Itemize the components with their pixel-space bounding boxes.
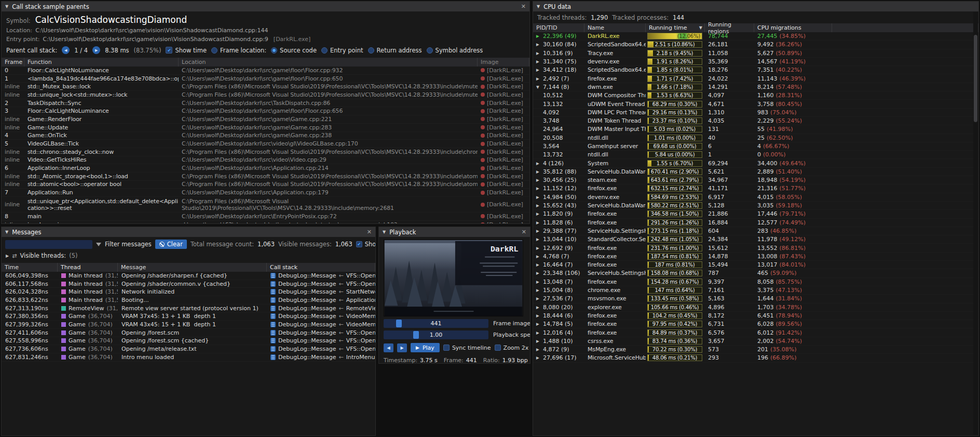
next-parent-button[interactable]: ▶ bbox=[92, 46, 100, 54]
expand-icon[interactable]: ▶ bbox=[536, 195, 543, 200]
frame-image-slider[interactable]: 441 bbox=[384, 319, 488, 328]
cpu-process-row[interactable]: ▶13,044 (10) StandardCollector.Servic 24… bbox=[533, 235, 978, 244]
visible-threads-expander[interactable]: ▶ ⇄ Visible threads: (5) bbox=[2, 251, 375, 262]
close-icon[interactable]: ✕ bbox=[521, 3, 526, 10]
message-callstack[interactable]: DebugLog::Message←VFS::Open bbox=[267, 345, 375, 353]
cpu-process-row[interactable]: ▶15,004 (8) chrome.exe 147 ms (0.64%) 7,… bbox=[533, 286, 978, 295]
cpu-process-row[interactable]: 13,732 ntdll.dll 5.84 us (0.00%) 1 0(0.0… bbox=[533, 151, 978, 159]
callstack-frame-row[interactable]: 6 Application::InnerLoop C:\Users\wolf\D… bbox=[2, 164, 529, 173]
message-callstack[interactable]: DebugLog::Message←VFS::Open bbox=[267, 337, 375, 345]
message-row[interactable]: 606,117,568ns Main thread(31,596) Openin… bbox=[2, 280, 375, 288]
cpu-process-row[interactable]: 13,132 uDWM Event Thread 68.29 ms (0.30%… bbox=[533, 100, 978, 108]
callstack-frame-row[interactable]: inline std::_Atomic_storage<bool,1>::loa… bbox=[2, 173, 529, 181]
cpu-process-row[interactable]: 4,092 DWM LPC Port Thread 29.16 ms (0.13… bbox=[533, 109, 978, 117]
cpu-process-row[interactable]: ▶18,444 (6) firefox.exe 104.2 ms (0.45%)… bbox=[533, 312, 978, 320]
cpu-process-row[interactable]: 20,508 ntdll.dll 1.01 ms (0.00%) 40 25(6… bbox=[533, 134, 978, 142]
expand-icon[interactable]: ▶ bbox=[536, 313, 543, 318]
expand-icon[interactable]: ▶ bbox=[536, 34, 543, 38]
cpu-process-row[interactable]: ▶29,388 (77) ServiceHub.SettingsHost 273… bbox=[533, 227, 978, 235]
slider-grab[interactable] bbox=[413, 331, 419, 339]
expand-icon[interactable]: ▶ bbox=[536, 229, 543, 233]
expand-icon[interactable]: ▶ bbox=[536, 288, 543, 293]
playback-speed-slider[interactable]: 1.00 bbox=[384, 330, 488, 339]
message-callstack[interactable]: DebugLog::Message←RemoteView bbox=[267, 304, 375, 312]
expand-icon[interactable]: ▶ bbox=[536, 355, 543, 360]
cpu-process-row[interactable]: 24,964 DWM Master Input Threa 5.03 ms (0… bbox=[533, 125, 978, 134]
expand-icon[interactable]: ▶ bbox=[536, 280, 543, 284]
column-cpu-migrations[interactable]: CPU migrations bbox=[754, 23, 832, 32]
expand-icon[interactable]: ▶ bbox=[536, 186, 543, 191]
cpu-process-row[interactable]: ▶11,152 (12) firefox.exe 632.15 ms (2.74… bbox=[533, 184, 978, 193]
expand-icon[interactable]: ▶ bbox=[536, 76, 543, 81]
cpu-process-row[interactable]: ▶30,160 (84) ScriptedSandbox64.exe 2.51 … bbox=[533, 41, 978, 49]
expand-icon[interactable]: ▼ bbox=[536, 85, 543, 89]
show-frame-checkbox[interactable]: ✔ Show frame bbox=[356, 241, 376, 248]
cpu-process-row[interactable]: ▶35,812 (88) ServiceHub.DataWarehou 670.… bbox=[533, 168, 978, 176]
callstack-frame-row[interactable]: inline std::_Mutex_base::lock C:\Program… bbox=[2, 83, 529, 91]
cpu-process-row[interactable]: 10,512 DWM Compositor Threa 1.53 s (6.63… bbox=[533, 91, 978, 100]
expand-icon[interactable]: ▶ bbox=[536, 68, 543, 72]
callstack-frame-row[interactable]: 5 VideoGLBase::Tick C:\Users\wolf\Deskto… bbox=[2, 140, 529, 148]
callstack-frame-row[interactable]: 8 main C:\Users\wolf\Desktop\darkrl\src\… bbox=[2, 213, 529, 221]
expand-icon[interactable]: ▶ bbox=[536, 246, 543, 250]
expand-icon[interactable]: ▶ bbox=[536, 169, 543, 174]
expand-icon[interactable]: ▶ bbox=[536, 42, 543, 47]
slider-grab[interactable] bbox=[396, 320, 402, 327]
expand-icon[interactable]: ▶ bbox=[536, 296, 543, 301]
zoom-2x-checkbox[interactable]: Zoom 2x bbox=[495, 345, 529, 351]
expand-icon[interactable]: ▶ bbox=[536, 305, 543, 310]
cpu-process-row[interactable]: ▶11,828 (6) firefox.exe 291.26 ms (1.26%… bbox=[533, 219, 978, 227]
prev-frame-button[interactable]: ◀ bbox=[384, 343, 393, 352]
cpu-process-row[interactable]: ▶12,692 (9) firefox.exe 231.76 ms (1.00%… bbox=[533, 244, 978, 252]
callstack-frame-row[interactable]: 0 Floor::CalcLightNoLuminance C:\Users\w… bbox=[2, 67, 529, 75]
callstack-frame-row[interactable]: inline Video::GetTicksHiRes C:\Users\wol… bbox=[2, 156, 529, 165]
cpu-process-row[interactable]: ▶22,396 (49) DarkRL.exe (12.06%) 78,744 … bbox=[533, 32, 978, 41]
cpu-process-row[interactable]: ▶14,984 (50) devenv.exe 584.69 ms (2.53%… bbox=[533, 193, 978, 202]
callstack-frame-row[interactable]: 3 Floor::CalcLightNoLuminance C:\Users\w… bbox=[2, 107, 529, 115]
play-button[interactable]: ▶Play bbox=[411, 343, 440, 352]
cpu-process-row[interactable]: ▶27,536 (7) msvsmon.exe 133.45 ms (0.58%… bbox=[533, 295, 978, 303]
message-filter-input[interactable] bbox=[5, 240, 92, 249]
message-callstack[interactable]: DebugLog::Message←IntroMenu:: bbox=[267, 353, 375, 361]
cpu-process-row[interactable]: ▶2,492 (7) firefox.exe 1.71 s (7.42%) 24… bbox=[533, 74, 978, 83]
callstack-frame-row[interactable]: inline std::atomic<bool>::operator bool … bbox=[2, 181, 529, 189]
message-row[interactable]: 627,399,326ns Game(36,704) VRAM 43x45: 1… bbox=[2, 321, 375, 329]
option-source-code[interactable]: Source code bbox=[271, 47, 317, 54]
callstack-frame-row[interactable]: 2 TaskDispatch::Sync C:\Users\wolf\Deskt… bbox=[2, 99, 529, 108]
expand-icon[interactable]: ▶ bbox=[536, 178, 543, 182]
callstack-frame-row[interactable]: inline Game::Update C:\Users\wolf\Deskto… bbox=[2, 124, 529, 132]
callstack-frame-row[interactable]: inline invoke_main d:\agent\_work\63\s\s… bbox=[2, 221, 529, 224]
cpu-process-row[interactable]: 3,748 DWM Token Thread 23.37 ms (0.10%) … bbox=[533, 117, 978, 125]
cpu-process-row[interactable]: ▶1,488 (10) csrss.exe 83.74 ms (0.36%) 3… bbox=[533, 337, 978, 346]
collapse-icon[interactable]: ▼ bbox=[537, 4, 540, 9]
expand-icon[interactable]: ▶ bbox=[536, 51, 543, 56]
sync-timeline-checkbox[interactable]: Sync timeline bbox=[443, 345, 491, 351]
collapse-icon[interactable]: ▼ bbox=[5, 230, 8, 234]
callstack-frame-row[interactable]: inline std::chrono::steady_clock::now C:… bbox=[2, 148, 529, 156]
message-row[interactable]: 627,736,606ns Game(36,704) Opening /meta… bbox=[2, 345, 375, 353]
cpu-process-row[interactable]: ▶13,048 (7) firefox.exe 154.28 ms (0.67%… bbox=[533, 278, 978, 286]
message-callstack[interactable]: DebugLog::Message←VideoMemo bbox=[267, 321, 375, 328]
cpu-process-row[interactable]: ▶11,820 (9) firefox.exe 346.58 ms (1.50%… bbox=[533, 210, 978, 218]
cpu-process-row[interactable]: ▼7,144 (8) dwm.exe 1.66 s (7.18%) 14,291… bbox=[533, 83, 978, 91]
expand-icon[interactable]: ▶ bbox=[536, 347, 543, 352]
message-callstack[interactable]: DebugLog::Message←StartNetwo bbox=[267, 288, 375, 296]
message-row[interactable]: 627,380,356ns Game(36,704) VRAM 37x45: 1… bbox=[2, 312, 375, 321]
option-return-address[interactable]: Return address bbox=[368, 47, 422, 54]
cpu-process-row[interactable]: ▶27,696 (17) Microsoft.ServiceHub.Co 48.… bbox=[533, 354, 978, 362]
cpu-process-row[interactable]: 3,564 GameInput server 69.68 us (0.00%) … bbox=[533, 142, 978, 151]
cpu-scrollbar[interactable] bbox=[973, 12, 978, 435]
cpu-process-row[interactable]: ▶16,464 (7) firefox.exe 187 ms (0.81%) 1… bbox=[533, 261, 978, 269]
message-callstack[interactable]: DebugLog::Message←VideoMemo bbox=[267, 312, 375, 320]
option-symbol-address[interactable]: Symbol address bbox=[427, 47, 483, 54]
collapse-icon[interactable]: ▼ bbox=[5, 4, 8, 9]
expand-icon[interactable]: ▶ bbox=[536, 339, 543, 343]
cpu-process-row[interactable]: ▶15,652 (43) ServiceHub.DataWarehou 580.… bbox=[533, 202, 978, 210]
cpu-process-row[interactable]: ▶14,784 (5) firefox.exe 97.95 ms (0.42%)… bbox=[533, 320, 978, 328]
cpu-process-row[interactable]: ▶4 (126) System 1.55 s (6.70%) 69,294 34… bbox=[533, 159, 978, 167]
message-row[interactable]: 626,833,622ns Main thread(31,596) Bootin… bbox=[2, 296, 375, 304]
clear-filter-button[interactable]: Clear bbox=[155, 240, 187, 249]
prev-parent-button[interactable]: ◀ bbox=[62, 46, 70, 54]
close-icon[interactable]: ✕ bbox=[522, 229, 526, 235]
callstack-frame-row[interactable]: inline std::unique_ptr<Application,std::… bbox=[2, 197, 529, 213]
